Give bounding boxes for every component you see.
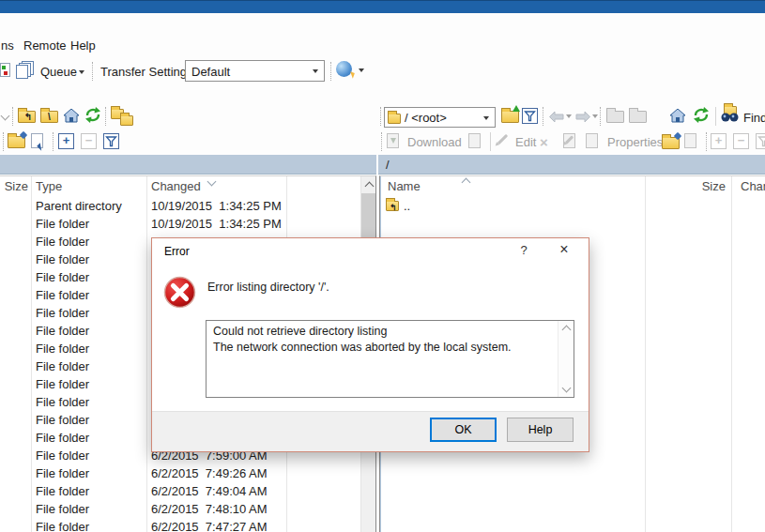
sort-descending-icon (207, 177, 217, 187)
properties-button: Properties (607, 135, 663, 149)
root-directory-icon[interactable]: \ (40, 111, 58, 123)
table-row[interactable]: File folder10/19/2015 1:34:25 PM (0, 215, 360, 233)
sort-ascending-icon (462, 178, 471, 188)
chevron-down-icon[interactable] (1, 112, 10, 121)
chevron-down-icon (592, 114, 598, 118)
remote-path-bar[interactable]: / (378, 155, 765, 175)
find-files-icon[interactable] (720, 106, 741, 123)
back-icon (548, 111, 564, 123)
queue-icon[interactable] (16, 61, 37, 79)
transfer-list-icon[interactable] (0, 63, 10, 77)
table-row[interactable]: File folder6/2/2015 7:49:26 AM (0, 464, 360, 482)
cell-type: File folder (36, 377, 89, 391)
scroll-up-icon[interactable] (562, 326, 572, 335)
window-titlebar[interactable] (0, 0, 765, 13)
table-row[interactable]: Parent directory10/19/2015 1:34:25 PM (0, 197, 360, 215)
open-directory-icon[interactable] (501, 111, 519, 123)
cell-type: File folder (36, 448, 89, 463)
transfer-settings-label: Transfer Settings (100, 65, 193, 79)
toolbar-separator (543, 107, 543, 126)
toolbar-separator (600, 107, 601, 126)
column-header-type[interactable]: Type (36, 179, 62, 193)
table-row[interactable]: File folder6/2/2015 7:47:27 AM (0, 518, 360, 532)
cell-type: Parent directory (36, 199, 122, 213)
delete-icon: × (540, 135, 548, 149)
dropdown-arrow-button[interactable] (309, 61, 324, 81)
cell-type: File folder (36, 431, 89, 445)
open-in-explorer-icon[interactable] (31, 133, 43, 148)
remote-path: / (378, 158, 390, 172)
toolbar-separator (53, 132, 54, 151)
refresh-icon[interactable] (84, 107, 101, 123)
filter-icon[interactable] (103, 133, 119, 149)
cell-type: File folder (36, 520, 89, 532)
cell-changed: 6/2/2015 7:48:10 AM (151, 502, 268, 516)
remote-address-select[interactable]: / <root> (384, 107, 496, 128)
chevron-down-icon[interactable] (79, 70, 84, 74)
scroll-up-button[interactable] (361, 176, 376, 192)
column-header-changed[interactable]: Chan (741, 179, 765, 193)
download-options-icon (468, 133, 481, 148)
table-row[interactable]: ↰.. (380, 197, 765, 215)
home-icon[interactable] (63, 109, 80, 123)
error-dialog: Error ? × Error listing directory '/'. C… (151, 237, 589, 452)
synchronize-icon[interactable] (336, 61, 352, 77)
cell-type: File folder (36, 270, 89, 284)
find-files-button[interactable]: Find F (743, 111, 765, 125)
help-button[interactable]: Help (507, 418, 574, 442)
transfer-settings-select[interactable]: Default (185, 60, 325, 82)
column-header-name[interactable]: Name (388, 179, 421, 193)
dialog-title: Error (164, 245, 190, 258)
cell-changed: 6/2/2015 7:47:27 AM (151, 520, 268, 532)
folder-icon (388, 114, 401, 124)
remove-bookmark-icon: − (733, 133, 749, 149)
dialog-help-button[interactable]: ? (515, 243, 532, 260)
new-folder-icon[interactable] (8, 136, 25, 148)
chevron-down-icon (566, 114, 572, 118)
toolbar-separator (706, 132, 707, 151)
toolbar-separator (92, 62, 93, 81)
menu-item-options-partial[interactable]: ns (1, 38, 14, 53)
toolbar-separator (105, 107, 106, 126)
cell-type: File folder (36, 252, 89, 266)
cell-type: File folder (36, 288, 89, 302)
remove-bookmark-icon: − (81, 133, 97, 149)
parent-directory-icon[interactable]: ↰ (18, 111, 36, 123)
root-directory-icon-disabled (629, 111, 647, 123)
scroll-down-icon[interactable] (562, 384, 572, 393)
ok-button[interactable]: OK (430, 418, 497, 442)
parent-directory-icon: ↰ (386, 201, 399, 211)
menu-item-remote[interactable]: Remote (23, 38, 67, 53)
chevron-down-icon[interactable] (359, 68, 364, 72)
error-message: Error listing directory '/'. (207, 281, 329, 294)
menu-item-help[interactable]: Help (70, 38, 96, 53)
dropdown-arrow-button[interactable] (480, 108, 495, 127)
close-icon[interactable]: × (554, 240, 574, 259)
column-header-size[interactable]: Size (662, 179, 726, 193)
cell-changed: 6/2/2015 7:49:26 AM (151, 466, 268, 480)
toolbar-separator (330, 62, 331, 81)
table-row[interactable]: File folder6/2/2015 7:48:10 AM (0, 500, 360, 518)
cell-type: File folder (36, 466, 89, 480)
filter-icon-disabled (756, 133, 765, 149)
toolbar-separator (381, 132, 382, 151)
refresh-icon[interactable] (693, 107, 710, 123)
synchronize-browsing-icon[interactable] (111, 109, 135, 126)
table-row[interactable]: File folder6/2/2015 7:49:04 AM (0, 482, 360, 500)
queue-button[interactable]: Queue (40, 65, 77, 79)
transfer-settings-value: Default (191, 64, 230, 78)
column-header-size[interactable]: Size (0, 179, 28, 193)
cell-type: File folder (36, 484, 89, 498)
cell-type: File folder (36, 359, 89, 373)
filter-icon[interactable] (522, 108, 538, 124)
column-header-changed[interactable]: Changed (151, 179, 201, 193)
toolbar-separator (3, 132, 4, 151)
home-icon[interactable] (669, 109, 686, 123)
new-folder-icon[interactable] (662, 137, 680, 149)
local-path-bar[interactable] (0, 155, 376, 175)
toolbar-separator (490, 132, 491, 151)
vertical-scrollbar[interactable] (558, 321, 574, 397)
error-detail-box[interactable]: Could not retrieve directory listing The… (206, 320, 574, 398)
error-detail-line: The network connection was aborted by th… (213, 340, 512, 356)
add-bookmark-icon[interactable]: + (58, 133, 74, 149)
